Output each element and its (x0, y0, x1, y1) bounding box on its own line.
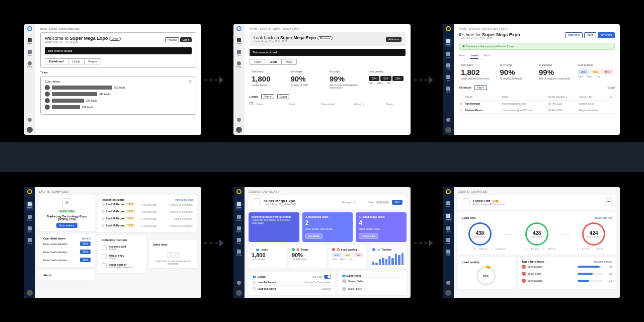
nav-events[interactable]: Events (26, 215, 33, 221)
leads-heading: Leads (250, 95, 258, 98)
leads-card: 👥 Leads Test mode Lead McRecentCaptured … (249, 272, 335, 295)
nav-events[interactable]: Events (235, 38, 243, 45)
bell-icon[interactable] (28, 118, 32, 122)
more-button[interactable]: ⋯ (605, 198, 612, 205)
nav-profile[interactable]: Profile (445, 250, 452, 256)
tab-team[interactable]: Team (250, 59, 265, 64)
tab-leads[interactable]: Leads (470, 54, 478, 59)
collection-method-row[interactable]: Business cardEnabled (102, 243, 142, 252)
filter-button[interactable]: Filter ▾ (261, 94, 274, 99)
avatar[interactable] (236, 127, 242, 133)
recent-lead-row[interactable]: Lead McRecent TEST2 minutes agoPushed to… (102, 222, 193, 229)
nav-library[interactable]: Library (26, 238, 33, 245)
sales-row[interactable]: Mark Peters (342, 285, 403, 292)
logo-icon (236, 189, 242, 194)
see-all-leads-link[interactable]: See all leads 438 (594, 217, 612, 219)
section-title: Event team (45, 80, 60, 83)
export-link[interactable]: Export (608, 86, 615, 89)
collection-method-row[interactable]: Badge scannerConnected to integration (102, 261, 142, 270)
solve-button[interactable]: Solve (80, 250, 91, 254)
nav-integrations[interactable]: Integrat. (26, 201, 33, 210)
nav-insights[interactable]: Insights (235, 215, 243, 221)
edit-button[interactable]: Edit ▾ (180, 37, 192, 42)
issues-card: Open field errors See all 3 Issue needs … (39, 234, 95, 267)
nav-insights[interactable]: Insights (445, 52, 452, 58)
avatar[interactable] (236, 290, 242, 296)
edit-button[interactable]: EDIT (584, 32, 596, 38)
preview-button[interactable]: PREVIEW (565, 32, 583, 38)
nav-team[interactable]: Team (235, 238, 243, 245)
nav-team[interactable]: Team (445, 75, 452, 82)
event-title: Super Mega Expo (280, 35, 316, 40)
bell-icon[interactable] (446, 281, 450, 285)
solve-button[interactable]: Solve (80, 242, 91, 246)
bell-icon[interactable] (446, 118, 450, 122)
nav-events[interactable]: Events (235, 201, 243, 210)
alert-action-button[interactable]: Review leads (359, 233, 378, 239)
checkbox-all[interactable] (250, 102, 253, 105)
info-icon[interactable]: ⓘ (354, 201, 356, 204)
team-row[interactable]: Stuart Sales32 (522, 270, 612, 277)
solve-button[interactable]: Solve (80, 258, 91, 262)
kpi-target: 🎯 Target 90% of 2,000 target (289, 245, 326, 268)
alert-action-button[interactable]: See details (305, 233, 323, 239)
avatar[interactable] (27, 290, 33, 296)
view-all-link[interactable]: View all test leads (175, 199, 193, 201)
nav-insights[interactable]: Insights (445, 213, 452, 221)
tab-more[interactable]: More (484, 54, 490, 59)
edit-button[interactable]: Edit (392, 200, 403, 205)
see-all-team-link[interactable]: See all in team 20 (594, 261, 612, 263)
nav-profiles[interactable]: Profiles (445, 63, 452, 70)
tab-leads[interactable]: Leads (68, 59, 85, 64)
recent-lead-row[interactable]: Lead McRecent TEST2 minutes agoPushed to… (102, 208, 193, 215)
actions-button[interactable]: ACTIONS (598, 32, 615, 38)
nav-events[interactable]: Events (445, 201, 452, 208)
team-row[interactable]: Serena Sales24 (522, 277, 612, 284)
collection-method-row[interactable]: Manual entryCustom (102, 252, 142, 261)
table-row[interactable]: ☆Roy Haymanrhayman@gmail.com20 Feb 2020S… (459, 101, 615, 107)
export-button[interactable]: Export (277, 94, 289, 99)
nav-events[interactable]: Events (445, 38, 452, 47)
nav-settings[interactable]: Settings (235, 61, 243, 68)
nav-team[interactable]: Team (26, 226, 33, 233)
avatar[interactable] (445, 290, 451, 296)
tab-dashboard[interactable]: Dashboard (45, 59, 68, 64)
test-mode-toggle[interactable] (324, 275, 331, 279)
nav-library[interactable]: Library (445, 87, 452, 93)
nav-settings[interactable]: Settings (26, 61, 33, 68)
go-to-event-button[interactable]: Go to event ▾ (56, 223, 77, 228)
sales-row[interactable]: Serena Sales (342, 277, 403, 285)
nav-team[interactable]: Team (235, 50, 243, 56)
filter-button[interactable]: Filter ▾ (474, 85, 488, 90)
breadcrumb: HOME › EVENTS › SUPER MEGA EXPO (250, 27, 406, 30)
team-bar-row: 340 leads (45, 92, 192, 97)
avatar[interactable] (445, 127, 451, 133)
sidebar: Events Insights Profiles Team Settings (233, 187, 245, 298)
bell-icon[interactable] (237, 118, 241, 122)
avatar[interactable] (27, 127, 33, 133)
bell-icon[interactable] (237, 281, 241, 285)
nav-profiles[interactable]: Profiles (235, 226, 243, 233)
team-avatars[interactable] (377, 200, 389, 204)
nav-team[interactable]: Team (445, 238, 452, 245)
tab-team[interactable]: Team (459, 54, 465, 59)
edit-icon[interactable]: ✎ (189, 79, 192, 83)
nav-team[interactable]: Team (26, 50, 33, 56)
tab-report[interactable]: Report (85, 59, 101, 64)
closed-banner: This event is closed (45, 47, 192, 54)
table-row[interactable]: ☆Desiree Masonmasonmason@net158.com20 Fe… (459, 107, 615, 114)
see-all-link[interactable]: See all 3 (82, 237, 91, 240)
recent-lead-row[interactable]: Lead McRecent TEST2 minutes agoFailed in… (102, 215, 193, 222)
lead-row[interactable]: Lead McRecentCaptured by Serena Sales (253, 279, 331, 285)
team-row[interactable]: Serena Sales46 (522, 263, 612, 270)
nav-events[interactable]: Events (26, 38, 33, 45)
stat-grading: Lead grading 25% 50% 25% Cold Warm Hot (367, 70, 406, 89)
tab-leads[interactable]: Leads (265, 59, 282, 64)
preview-button[interactable]: Preview (165, 37, 179, 42)
recent-lead-row[interactable]: Lead McRecent TEST2 minutes agoPushed to… (102, 201, 193, 208)
nav-library[interactable]: Library (445, 226, 452, 233)
nav-settings[interactable]: Settings (235, 250, 243, 256)
lead-row[interactable]: Lead McRecentCaptured (253, 285, 331, 292)
tab-more[interactable]: More (282, 59, 296, 64)
actions-button[interactable]: Actions ▾ (386, 37, 401, 42)
